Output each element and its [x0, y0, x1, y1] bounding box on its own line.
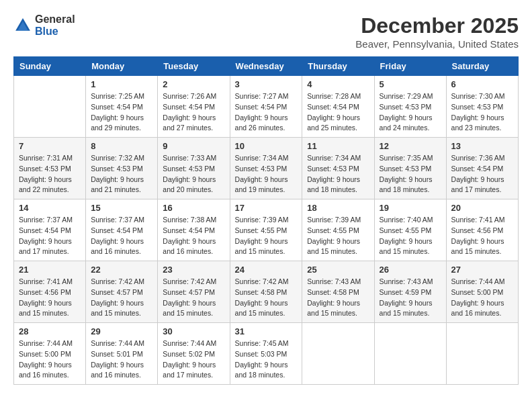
calendar-week-row: 1Sunrise: 7:25 AMSunset: 4:54 PMDaylight…: [14, 76, 519, 138]
day-info: Sunrise: 7:25 AMSunset: 4:54 PMDaylight:…: [91, 91, 152, 134]
day-info: Sunrise: 7:35 AMSunset: 4:53 PMDaylight:…: [380, 153, 441, 195]
logo-general: General: [35, 13, 75, 25]
day-number: 30: [163, 326, 224, 336]
day-number: 9: [163, 141, 224, 151]
calendar-cell: [302, 323, 374, 385]
calendar-cell: 18Sunrise: 7:39 AMSunset: 4:55 PMDayligh…: [302, 199, 374, 261]
day-info: Sunrise: 7:33 AMSunset: 4:53 PMDaylight:…: [163, 153, 224, 195]
day-number: 2: [163, 79, 224, 89]
day-info: Sunrise: 7:45 AMSunset: 5:03 PMDaylight:…: [235, 338, 298, 381]
day-number: 11: [307, 141, 369, 151]
calendar-cell: 27Sunrise: 7:44 AMSunset: 5:00 PMDayligh…: [446, 261, 518, 323]
day-info: Sunrise: 7:44 AMSunset: 5:02 PMDaylight:…: [163, 338, 224, 381]
day-info: Sunrise: 7:44 AMSunset: 5:01 PMDaylight:…: [91, 338, 152, 381]
day-info: Sunrise: 7:37 AMSunset: 4:54 PMDaylight:…: [91, 215, 152, 257]
page-header: General Blue December 2025 Beaver, Penns…: [13, 13, 519, 50]
day-number: 1: [91, 79, 152, 89]
calendar-cell: 9Sunrise: 7:33 AMSunset: 4:53 PMDaylight…: [158, 138, 230, 199]
day-number: 4: [307, 79, 369, 89]
calendar-header-row: SundayMondayTuesdayWednesdayThursdayFrid…: [14, 57, 519, 76]
day-info: Sunrise: 7:44 AMSunset: 5:00 PMDaylight:…: [19, 338, 81, 381]
calendar-cell: 2Sunrise: 7:26 AMSunset: 4:54 PMDaylight…: [158, 76, 230, 138]
weekday-header: Saturday: [446, 57, 518, 76]
day-info: Sunrise: 7:41 AMSunset: 4:56 PMDaylight:…: [451, 215, 513, 257]
day-number: 17: [235, 203, 298, 213]
day-number: 20: [451, 203, 513, 213]
calendar-cell: 1Sunrise: 7:25 AMSunset: 4:54 PMDaylight…: [86, 76, 158, 138]
day-number: 28: [19, 326, 81, 336]
calendar-cell: 17Sunrise: 7:39 AMSunset: 4:55 PMDayligh…: [230, 199, 302, 261]
calendar-cell: 31Sunrise: 7:45 AMSunset: 5:03 PMDayligh…: [230, 323, 302, 385]
weekday-header: Friday: [374, 57, 446, 76]
calendar-cell: 21Sunrise: 7:41 AMSunset: 4:56 PMDayligh…: [14, 261, 86, 323]
logo-blue: Blue: [35, 26, 58, 37]
day-info: Sunrise: 7:32 AMSunset: 4:53 PMDaylight:…: [91, 153, 152, 195]
day-number: 27: [451, 265, 513, 275]
calendar-cell: 7Sunrise: 7:31 AMSunset: 4:53 PMDaylight…: [14, 138, 86, 199]
day-info: Sunrise: 7:42 AMSunset: 4:57 PMDaylight:…: [163, 277, 224, 319]
calendar-cell: 3Sunrise: 7:27 AMSunset: 4:54 PMDaylight…: [230, 76, 302, 138]
calendar-cell: [14, 76, 86, 138]
day-number: 10: [235, 141, 298, 151]
calendar-cell: 8Sunrise: 7:32 AMSunset: 4:53 PMDaylight…: [86, 138, 158, 199]
day-number: 16: [163, 203, 224, 213]
day-number: 24: [235, 265, 298, 275]
calendar-cell: 26Sunrise: 7:43 AMSunset: 4:59 PMDayligh…: [374, 261, 446, 323]
calendar-week-row: 21Sunrise: 7:41 AMSunset: 4:56 PMDayligh…: [14, 261, 519, 323]
day-number: 19: [380, 203, 441, 213]
day-number: 12: [380, 141, 441, 151]
calendar-cell: 20Sunrise: 7:41 AMSunset: 4:56 PMDayligh…: [446, 199, 518, 261]
calendar-cell: 15Sunrise: 7:37 AMSunset: 4:54 PMDayligh…: [86, 199, 158, 261]
calendar-cell: 10Sunrise: 7:34 AMSunset: 4:53 PMDayligh…: [230, 138, 302, 199]
calendar-week-row: 28Sunrise: 7:44 AMSunset: 5:00 PMDayligh…: [14, 323, 519, 385]
day-number: 8: [91, 141, 152, 151]
day-info: Sunrise: 7:36 AMSunset: 4:54 PMDaylight:…: [451, 153, 513, 195]
day-info: Sunrise: 7:39 AMSunset: 4:55 PMDaylight:…: [307, 215, 369, 257]
calendar-cell: 11Sunrise: 7:34 AMSunset: 4:53 PMDayligh…: [302, 138, 374, 199]
day-info: Sunrise: 7:31 AMSunset: 4:53 PMDaylight:…: [19, 153, 81, 195]
day-info: Sunrise: 7:41 AMSunset: 4:56 PMDaylight:…: [19, 277, 81, 319]
calendar-cell: 29Sunrise: 7:44 AMSunset: 5:01 PMDayligh…: [86, 323, 158, 385]
day-number: 23: [163, 265, 224, 275]
day-info: Sunrise: 7:44 AMSunset: 5:00 PMDaylight:…: [451, 277, 513, 319]
day-info: Sunrise: 7:43 AMSunset: 4:58 PMDaylight:…: [307, 277, 369, 319]
day-number: 6: [451, 79, 513, 89]
day-number: 5: [380, 79, 441, 89]
month-title: December 2025: [355, 13, 519, 38]
day-info: Sunrise: 7:28 AMSunset: 4:54 PMDaylight:…: [307, 91, 369, 134]
calendar-cell: 22Sunrise: 7:42 AMSunset: 4:57 PMDayligh…: [86, 261, 158, 323]
day-number: 25: [307, 265, 369, 275]
location-title: Beaver, Pennsylvania, United States: [355, 38, 519, 50]
day-info: Sunrise: 7:38 AMSunset: 4:54 PMDaylight:…: [163, 215, 224, 257]
calendar-cell: 25Sunrise: 7:43 AMSunset: 4:58 PMDayligh…: [302, 261, 374, 323]
calendar-cell: 28Sunrise: 7:44 AMSunset: 5:00 PMDayligh…: [14, 323, 86, 385]
weekday-header: Sunday: [14, 57, 86, 76]
day-info: Sunrise: 7:42 AMSunset: 4:58 PMDaylight:…: [235, 277, 298, 319]
calendar-cell: 19Sunrise: 7:40 AMSunset: 4:55 PMDayligh…: [374, 199, 446, 261]
day-info: Sunrise: 7:39 AMSunset: 4:55 PMDaylight:…: [235, 215, 298, 257]
weekday-header: Wednesday: [230, 57, 302, 76]
day-info: Sunrise: 7:37 AMSunset: 4:54 PMDaylight:…: [19, 215, 81, 257]
day-number: 18: [307, 203, 369, 213]
calendar-cell: [446, 323, 518, 385]
calendar-cell: 6Sunrise: 7:30 AMSunset: 4:53 PMDaylight…: [446, 76, 518, 138]
logo-icon: [13, 16, 32, 35]
day-info: Sunrise: 7:30 AMSunset: 4:53 PMDaylight:…: [451, 91, 513, 134]
calendar-cell: 24Sunrise: 7:42 AMSunset: 4:58 PMDayligh…: [230, 261, 302, 323]
day-number: 21: [19, 265, 81, 275]
day-info: Sunrise: 7:40 AMSunset: 4:55 PMDaylight:…: [380, 215, 441, 257]
calendar-week-row: 14Sunrise: 7:37 AMSunset: 4:54 PMDayligh…: [14, 199, 519, 261]
day-info: Sunrise: 7:26 AMSunset: 4:54 PMDaylight:…: [163, 91, 224, 134]
calendar-table: SundayMondayTuesdayWednesdayThursdayFrid…: [13, 56, 519, 385]
weekday-header: Thursday: [302, 57, 374, 76]
day-number: 15: [91, 203, 152, 213]
logo: General Blue: [13, 13, 75, 38]
calendar-cell: 30Sunrise: 7:44 AMSunset: 5:02 PMDayligh…: [158, 323, 230, 385]
day-number: 22: [91, 265, 152, 275]
weekday-header: Monday: [86, 57, 158, 76]
calendar-cell: 14Sunrise: 7:37 AMSunset: 4:54 PMDayligh…: [14, 199, 86, 261]
day-info: Sunrise: 7:43 AMSunset: 4:59 PMDaylight:…: [380, 277, 441, 319]
day-number: 13: [451, 141, 513, 151]
day-number: 7: [19, 141, 81, 151]
calendar-cell: 12Sunrise: 7:35 AMSunset: 4:53 PMDayligh…: [374, 138, 446, 199]
